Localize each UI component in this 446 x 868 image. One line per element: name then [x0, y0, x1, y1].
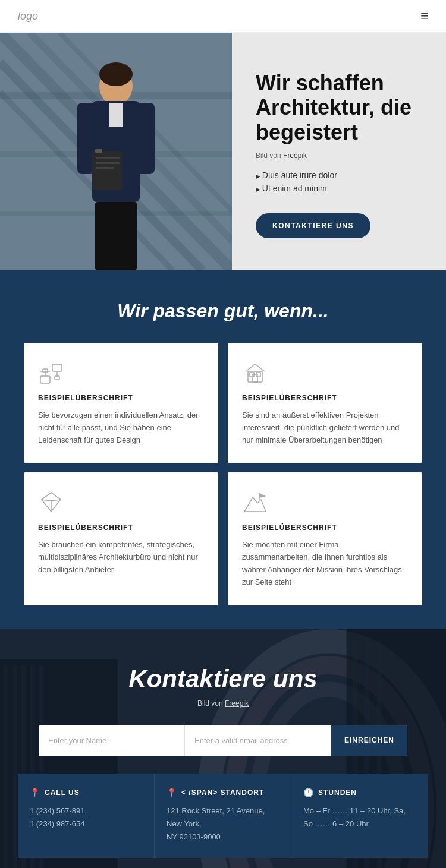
hero-image — [0, 33, 232, 270]
svg-rect-26 — [55, 376, 59, 380]
card-3-text: Sie brauchen ein kompetentes, strategisc… — [38, 539, 204, 576]
svg-rect-21 — [40, 376, 50, 383]
footer-card-call: 📍 CALL US 1 (234) 567-891, 1 (234) 987-6… — [18, 774, 155, 858]
header: logo ≡ — [0, 0, 446, 33]
svg-rect-41 — [3, 665, 8, 868]
hero-section: Wir schaffen Architektur, die begeistert… — [0, 33, 446, 270]
footer-card-location-text: 121 Rock Street, 21 Avenue, New York, NY… — [167, 804, 279, 844]
footer-card-call-header: 📍 CALL US — [30, 788, 142, 797]
card-4-text: Sie möchten mit einer Firma zusammenarbe… — [242, 539, 408, 588]
card-2-text: Sie sind an äußerst effektiven Projekten… — [242, 409, 408, 446]
phone-icon: 📍 — [30, 788, 40, 797]
card-3: BEISPIELÜBERSCHRIFT Sie brauchen ein kom… — [24, 472, 218, 605]
hero-content: Wir schaffen Architektur, die begeistert… — [232, 33, 446, 270]
svg-rect-42 — [12, 665, 17, 868]
svg-rect-12 — [109, 103, 123, 127]
card-4: BEISPIELÜBERSCHRIFT Sie möchten mit eine… — [228, 472, 422, 605]
hero-bullets: Duis aute irure dolor Ut enim ad minim — [256, 171, 428, 197]
footer-card-hours-header: 🕐 STUNDEN — [303, 788, 416, 797]
card-2-title: BEISPIELÜBERSCHRIFT — [242, 394, 408, 402]
logo: logo — [18, 10, 38, 23]
svg-rect-29 — [253, 375, 257, 382]
svg-rect-24 — [52, 364, 62, 371]
hero-bullet-2: Ut enim ad minim — [256, 184, 428, 193]
location-icon: 📍 — [167, 788, 177, 797]
submit-button[interactable]: EINREICHEN — [331, 725, 407, 756]
diamond-icon — [38, 489, 64, 515]
card-1-title: BEISPIELÜBERSCHRIFT — [38, 394, 204, 402]
section-fit: Wir passen gut, wenn... BEISPIELÜBERSCHR… — [0, 270, 446, 629]
footer-card-location-header: 📍 < /SPAN> STANDORT — [167, 788, 279, 797]
email-input[interactable] — [185, 725, 331, 756]
svg-rect-16 — [95, 149, 102, 153]
svg-rect-18 — [96, 162, 120, 164]
footer-card-hours: 🕐 STUNDEN Mo – Fr …… 11 – 20 Uhr, Sa, So… — [291, 774, 428, 858]
contact-section: Kontaktiere uns Bild von Freepik EINREIC… — [0, 629, 446, 868]
footer-card-call-title: CALL US — [45, 788, 80, 797]
card-1-text: Sie bevorzugen einen individuellen Ansat… — [38, 409, 204, 446]
hero-credit-link[interactable]: Freepik — [283, 151, 307, 160]
hamburger-icon[interactable]: ≡ — [420, 8, 428, 24]
svg-rect-17 — [96, 157, 120, 159]
svg-marker-33 — [42, 493, 61, 501]
cards-grid: BEISPIELÜBERSCHRIFT Sie bevorzugen einen… — [24, 343, 422, 605]
contact-credit: Bild von Freepik — [197, 699, 249, 708]
footer-card-location-title: < /SPAN> STANDORT — [181, 788, 264, 797]
section-fit-title: Wir passen gut, wenn... — [24, 300, 422, 322]
hero-illustration — [0, 33, 232, 270]
hero-bullet-1: Duis aute irure dolor — [256, 171, 428, 180]
name-input[interactable] — [39, 725, 185, 756]
footer-card-hours-title: STUNDEN — [318, 788, 357, 797]
svg-rect-19 — [96, 167, 114, 169]
card-2: BEISPIELÜBERSCHRIFT Sie sind an äußerst … — [228, 343, 422, 463]
mountain-flag-icon — [242, 489, 268, 515]
hero-image-bg — [0, 33, 232, 270]
svg-rect-14 — [137, 103, 155, 174]
footer-card-call-text: 1 (234) 567-891, 1 (234) 987-654 — [30, 804, 142, 831]
footer-card-hours-text: Mo – Fr …… 11 – 20 Uhr, Sa, So …… 6 – 20… — [303, 804, 416, 831]
card-3-title: BEISPIELÜBERSCHRIFT — [38, 523, 204, 532]
contact-credit-link[interactable]: Freepik — [225, 699, 249, 708]
card-1: BEISPIELÜBERSCHRIFT Sie bevorzugen einen… — [24, 343, 218, 463]
hero-title: Wir schaffen Architektur, die begeistert — [256, 71, 428, 144]
house-icon — [242, 359, 268, 386]
contact-form: EINREICHEN — [39, 725, 407, 756]
svg-rect-15 — [92, 151, 122, 190]
tools-icon — [38, 359, 64, 386]
hero-credit: Bild von Freepik — [256, 151, 428, 160]
kontaktiere-uns-button[interactable]: KONTAKTIERE UNS — [256, 213, 370, 238]
clock-icon: 🕐 — [303, 788, 313, 797]
footer-card-location: 📍 < /SPAN> STANDORT 121 Rock Street, 21 … — [155, 774, 291, 858]
svg-point-10 — [99, 62, 133, 86]
contact-title: Kontaktiere uns — [128, 665, 317, 693]
svg-rect-20 — [95, 202, 137, 270]
footer-cards: 📍 CALL US 1 (234) 567-891, 1 (234) 987-6… — [18, 774, 428, 858]
card-4-title: BEISPIELÜBERSCHRIFT — [242, 523, 408, 532]
